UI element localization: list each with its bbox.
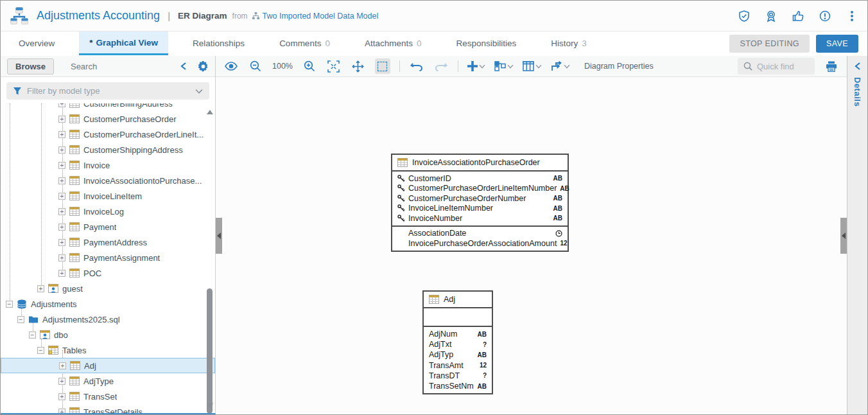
tree-item-table-selected[interactable]: + Adj (1, 358, 215, 373)
tree-item-table[interactable]: + InvoiceLog (1, 204, 215, 219)
zoom-out-icon[interactable] (248, 58, 263, 74)
expand-toggle[interactable]: + (58, 393, 65, 400)
entity-adj[interactable]: Adj AdjNum AB AdjTxt ? (422, 290, 493, 394)
thumbs-up-icon[interactable] (792, 10, 804, 22)
expand-toggle[interactable]: + (58, 103, 65, 107)
expand-toggle[interactable]: − (17, 316, 24, 323)
expand-toggle[interactable]: + (59, 362, 66, 369)
tree-item-table[interactable]: + Invoice (1, 157, 215, 173)
tab-graphical-view[interactable]: * Graphical View (79, 31, 168, 55)
browse-tab[interactable]: Browse (7, 58, 54, 75)
expand-toggle[interactable]: + (58, 116, 65, 123)
scroll-up-arrow[interactable] (207, 110, 213, 114)
tree-item-database[interactable]: − Adjustments (1, 296, 215, 312)
expand-toggle[interactable]: + (58, 239, 65, 246)
tree-item-table[interactable]: + Payment (1, 219, 215, 234)
attribute-row[interactable]: CustomerPurchaseOrderNumber AB (392, 193, 568, 204)
alert-circle-icon[interactable] (819, 10, 831, 22)
undo-icon[interactable] (409, 58, 424, 74)
tree-item-table[interactable]: + InvoiceLineItem (1, 188, 215, 204)
attribute-row[interactable]: TransDT ? (424, 371, 492, 381)
tree-item-table[interactable]: + CustomerBillingAddress (1, 103, 215, 111)
tab-comments[interactable]: Comments 0 (269, 31, 340, 55)
tree-item-tables-folder[interactable]: − Tables (1, 342, 215, 358)
expand-toggle[interactable]: + (58, 224, 65, 231)
expand-toggle[interactable]: + (58, 146, 65, 154)
tab-attachments[interactable]: Attachments 0 (354, 31, 432, 55)
pan-tool-icon[interactable] (351, 58, 366, 74)
attribute-row[interactable]: AssociationDate (392, 229, 568, 239)
attribute-row[interactable]: TransSetNm AB (424, 381, 492, 391)
attribute-row[interactable]: AdjTxt ? (424, 339, 492, 349)
diagram-properties-button[interactable]: Diagram Properties (584, 62, 654, 71)
expand-toggle[interactable]: + (58, 177, 65, 184)
diagram-objects-dropdown[interactable] (494, 61, 514, 71)
collapse-sidebar-icon[interactable] (180, 62, 187, 71)
right-panel-collapse-handle[interactable] (840, 218, 847, 254)
attribute-row[interactable]: InvoiceLineItemNumber AB (392, 204, 568, 214)
add-object-dropdown[interactable] (467, 61, 485, 71)
expand-toggle[interactable]: + (58, 193, 65, 200)
zoom-in-icon[interactable] (302, 58, 317, 74)
tree-item-table[interactable]: + POC (1, 265, 215, 281)
tree-item-table[interactable]: + TransSet (1, 389, 215, 404)
tree-item-table[interactable]: + CustomerShippingAddress (1, 142, 215, 157)
tree-item-schema[interactable]: + guest (1, 281, 215, 296)
entity-invoice-association[interactable]: InvoiceAssociationtoPurchaseOrder Custom… (391, 154, 569, 252)
expand-toggle[interactable]: − (37, 347, 44, 354)
save-button[interactable]: SAVE (816, 35, 858, 53)
expand-toggle[interactable]: + (58, 378, 65, 385)
scroll-down-arrow[interactable] (207, 403, 213, 408)
model-type-filter[interactable] (6, 82, 209, 100)
search-tab[interactable]: Search (71, 62, 97, 71)
tree-item-schema[interactable]: − dbo (1, 327, 215, 342)
attribute-row[interactable]: CustomerID AB (392, 173, 568, 184)
table-columns-dropdown[interactable] (523, 61, 542, 71)
diagram-area[interactable]: InvoiceAssociationtoPurchaseOrder Custom… (216, 77, 847, 414)
redo-icon[interactable] (433, 58, 449, 74)
expand-toggle[interactable]: + (58, 208, 65, 215)
expand-toggle[interactable]: + (58, 254, 65, 261)
tree-item-table[interactable]: + PaymentAssignment (1, 250, 215, 265)
quick-find-box[interactable] (738, 58, 815, 75)
tab-responsibilities[interactable]: Responsibilities (446, 31, 526, 55)
expand-toggle[interactable]: + (58, 162, 65, 169)
expand-toggle[interactable]: + (37, 285, 44, 292)
attribute-row[interactable]: CustomerPurchaseOrderLineItemNumber AB (392, 184, 568, 194)
kebab-menu-icon[interactable] (846, 10, 858, 22)
award-ribbon-icon[interactable] (765, 10, 777, 22)
attribute-row[interactable]: InvoicePurchaseOrderAssociationAmount 12 (392, 238, 568, 249)
expand-toggle[interactable]: − (6, 301, 13, 308)
expand-toggle[interactable]: + (58, 131, 65, 138)
tree-item-table[interactable]: + InvoiceAssociationtoPurchase... (1, 173, 215, 188)
expand-toggle[interactable]: + (58, 270, 65, 277)
tree-item-table[interactable]: + PaymentAddress (1, 234, 215, 250)
attribute-row[interactable]: AdjNum AB (424, 329, 492, 339)
details-panel-label[interactable]: Details (853, 77, 862, 107)
attribute-row[interactable]: AdjTyp AB (424, 349, 492, 360)
stop-editing-button[interactable]: STOP EDITING (729, 35, 810, 53)
left-panel-collapse-handle[interactable] (216, 218, 222, 254)
attribute-row[interactable]: InvoiceNumber AB (392, 213, 568, 224)
shield-check-icon[interactable] (738, 10, 751, 22)
gear-icon[interactable] (198, 61, 209, 72)
print-icon[interactable] (824, 58, 839, 74)
fit-to-screen-icon[interactable] (326, 58, 342, 74)
attribute-row[interactable]: TransAmt 12 (424, 360, 492, 371)
entity-header[interactable]: InvoiceAssociationtoPurchaseOrder (392, 155, 568, 170)
expand-toggle[interactable]: − (29, 331, 36, 339)
quick-find-input[interactable] (757, 62, 809, 71)
marquee-select-icon[interactable] (375, 58, 390, 74)
expand-toggle[interactable]: + (58, 409, 65, 414)
zoom-level[interactable]: 100% (272, 62, 293, 71)
tree-item-table[interactable]: + TransSetDetails (1, 404, 215, 413)
tree-item-table[interactable]: + AdjType (1, 373, 215, 389)
tab-history[interactable]: History 3 (541, 31, 597, 55)
tree-item-folder[interactable]: − Adjustments2025.sql (1, 312, 215, 327)
model-link[interactable]: Two Imported Model Data Model (252, 12, 379, 21)
tab-overview[interactable]: Overview (8, 31, 65, 55)
entity-header[interactable]: Adj (424, 292, 492, 307)
scrollbar-thumb[interactable] (207, 288, 213, 413)
visibility-eye-icon[interactable] (223, 58, 239, 74)
expand-details-icon[interactable] (854, 62, 862, 71)
